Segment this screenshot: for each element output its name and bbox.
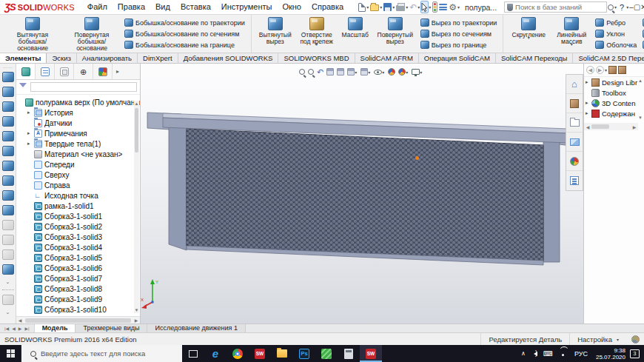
photoshop-button[interactable]: Ps [293, 345, 315, 362]
lt-surface-icon[interactable] [2, 146, 14, 156]
doc-tab-3d-views[interactable]: Трехмерные виды [76, 324, 147, 332]
save-button[interactable] [383, 1, 392, 13]
menu-insert[interactable]: Вставка [175, 0, 216, 14]
taskpane-vertical-scroll[interactable]: ▲▼ [637, 78, 643, 120]
scroll-left-icon[interactable]: ◀ [16, 318, 24, 323]
tree-item-right-plane[interactable]: Справа [19, 180, 140, 190]
hole-wizard-button[interactable]: Отверстие под крепеж [298, 16, 336, 46]
calculator-button[interactable] [338, 345, 360, 362]
mirror-button[interactable]: Зеркальное отражение [641, 39, 644, 50]
lt-dome-icon[interactable] [2, 249, 14, 260]
print-button[interactable] [396, 1, 405, 13]
revolved-cut-button[interactable]: Повернутый вырез [375, 16, 416, 46]
tree-item-solid[interactable]: рамка-1-solid1 [19, 201, 140, 211]
knowledge-search[interactable] [504, 1, 607, 13]
green-app-button[interactable] [315, 345, 338, 362]
first-tab-icon[interactable]: |◀ [4, 326, 9, 331]
configuration-selector[interactable]: Настройка [569, 333, 627, 345]
tree-item-solid[interactable]: Сборка3-1-solid9 [19, 294, 140, 304]
lt-chevron-down-2-icon[interactable]: ⌄ [2, 309, 14, 315]
scroll-left-icon[interactable]: ◀ [584, 124, 591, 130]
new-document-button[interactable] [358, 1, 366, 13]
linear-pattern-button[interactable]: Линейный массив [552, 16, 591, 46]
fillet-caret[interactable] [528, 35, 530, 40]
search-caret[interactable] [614, 4, 617, 10]
file-explorer-tab[interactable] [566, 113, 583, 133]
language-indicator[interactable]: РУС [574, 350, 588, 358]
lofted-boss-button[interactable]: Бобышка/основание по сечениям [123, 28, 246, 39]
lt-shell-icon[interactable] [2, 220, 14, 230]
toolbar-grip[interactable]: ⋯⋯ [3, 65, 13, 70]
tab-configuration-manager[interactable] [55, 64, 74, 79]
options-button[interactable] [449, 1, 457, 13]
tree-item-solid[interactable]: Сборка3-1-solid2 [19, 221, 140, 232]
tree-item-solid-bodies[interactable]: Твердые тела(1) [19, 138, 140, 149]
expander-icon[interactable] [586, 110, 591, 116]
undo-button[interactable] [409, 1, 417, 13]
library-box-icon[interactable] [608, 66, 617, 74]
lt-delete-face-icon[interactable] [2, 205, 14, 215]
tree-vertical-scrollbar[interactable]: ▲▼ [134, 101, 139, 313]
revolved-boss-button[interactable]: Повернутая бобышка/основание [64, 16, 120, 53]
linear-pattern-caret[interactable] [571, 41, 573, 47]
lt-revolve-icon[interactable] [2, 87, 14, 97]
open-caret[interactable] [380, 4, 382, 10]
tab-features[interactable]: Элементы [0, 53, 47, 63]
tab-sketch[interactable]: Эскиз [47, 53, 76, 63]
tab-feature-tree[interactable] [16, 64, 36, 79]
tab-solidcam-transitions[interactable]: SolidCAM Переходы [496, 53, 573, 63]
doc-tab-model[interactable]: Модель [35, 324, 76, 332]
start-button[interactable] [0, 345, 21, 362]
tree-item-history[interactable]: История [19, 107, 140, 118]
new-caret[interactable] [366, 4, 369, 10]
lt-cube-icon[interactable] [2, 295, 14, 305]
lt-pattern-icon[interactable] [2, 175, 14, 186]
taskpane-horizontal-scrollbar[interactable]: ◀▶ [584, 123, 638, 130]
expander-icon[interactable] [27, 110, 34, 115]
boundary-boss-button[interactable]: Бобышка/основание на границе [123, 39, 246, 50]
tree-item-material[interactable]: Материал <не указан> [19, 149, 140, 159]
lt-loft-icon[interactable] [2, 116, 14, 127]
expander-icon[interactable] [27, 141, 34, 147]
solidworks-running-button[interactable]: SW [360, 345, 382, 362]
open-button[interactable] [370, 1, 379, 13]
taskpane-item-toolbox[interactable]: Toolbox [584, 87, 644, 98]
prev-tab-icon[interactable]: ◀ [12, 326, 16, 331]
restore-button[interactable]: ▢ [634, 1, 640, 14]
last-tab-icon[interactable]: ▶| [24, 326, 29, 331]
scroll-up-icon[interactable]: ▲ [134, 101, 139, 107]
next-tab-icon[interactable]: ▶ [19, 326, 22, 331]
appearances-tab[interactable] [566, 152, 583, 171]
expander-icon[interactable] [586, 100, 591, 106]
menu-help[interactable]: Справка [306, 0, 349, 14]
boundary-cut-button[interactable]: Вырез по границе [419, 39, 499, 50]
tree-root[interactable]: полурамка верх (По умолчанию<<П [19, 97, 140, 107]
tree-item-front-plane[interactable]: Спереди [19, 159, 140, 170]
tree-filter-input[interactable] [30, 82, 137, 92]
tree-horizontal-scrollbar[interactable]: ◀▶ [16, 316, 140, 324]
tree-item-solid[interactable]: Сборка3-1-solid1 [19, 211, 140, 221]
menu-tools[interactable]: Инструменты [216, 0, 278, 14]
doc-tab-nav[interactable]: |◀◀▶▶| [0, 324, 35, 332]
clock[interactable]: 9:38 25.07.2020 [596, 347, 625, 361]
shell-button[interactable]: Оболочка [594, 39, 638, 50]
tray-chevron-icon[interactable]: ∧ [521, 350, 526, 357]
tab-mbd[interactable]: SOLIDWORKS MBD [278, 53, 355, 63]
lt-boundary-icon[interactable] [2, 131, 14, 141]
tree-item-solid[interactable]: Сборка3-1-solid8 [19, 284, 140, 294]
select-caret[interactable] [429, 4, 431, 10]
lt-wrap-icon[interactable] [2, 235, 14, 245]
library-box-2-icon[interactable] [618, 66, 626, 74]
menu-view[interactable]: Вид [150, 0, 175, 14]
file-explorer-button[interactable] [271, 345, 293, 362]
back-icon[interactable]: ◀ [586, 66, 594, 74]
knowledge-search-input[interactable] [515, 3, 604, 11]
scrollbar-thumb[interactable] [25, 318, 131, 323]
menu-file[interactable]: Файл [82, 0, 113, 14]
tab-solidcam-25d[interactable]: SolidCAM 2.5D Переходы [573, 53, 644, 63]
scrollbar-thumb[interactable] [591, 124, 609, 129]
tab-solidcam-afrm[interactable]: SolidCAM AFRM [355, 53, 419, 63]
tab-addins[interactable]: Добавления SOLIDWORKS [178, 53, 279, 63]
scroll-right-icon[interactable]: ▶ [133, 318, 140, 323]
wifi-icon[interactable] [559, 350, 568, 357]
